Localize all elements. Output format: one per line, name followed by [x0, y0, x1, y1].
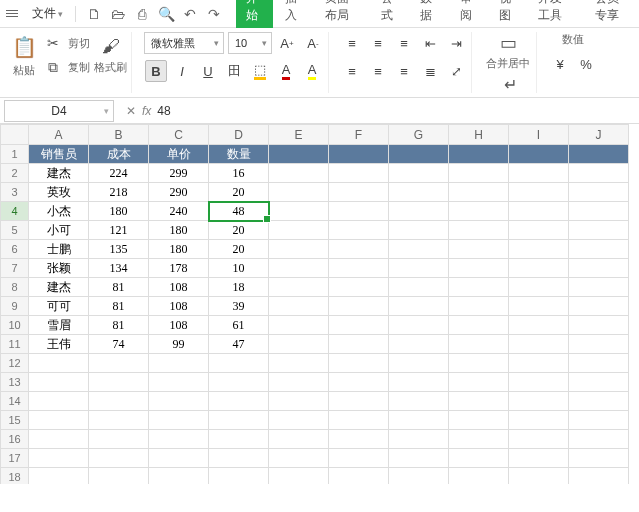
cell-J3[interactable]: [569, 183, 629, 202]
cell-C10[interactable]: 108: [149, 316, 209, 335]
cell-B2[interactable]: 224: [89, 164, 149, 183]
spreadsheet-grid[interactable]: ABCDEFGHIJ1销售员成本单价数量2建杰224299163英玫218290…: [0, 124, 639, 484]
cell-D3[interactable]: 20: [209, 183, 269, 202]
cell-G14[interactable]: [389, 392, 449, 411]
cell-A12[interactable]: [29, 354, 89, 373]
cell-I10[interactable]: [509, 316, 569, 335]
cell-H6[interactable]: [449, 240, 509, 259]
cell-H2[interactable]: [449, 164, 509, 183]
cell-F3[interactable]: [329, 183, 389, 202]
cell-J15[interactable]: [569, 411, 629, 430]
row-header-10[interactable]: 10: [1, 316, 29, 335]
cell-B17[interactable]: [89, 449, 149, 468]
cell-F11[interactable]: [329, 335, 389, 354]
cell-I1[interactable]: [509, 145, 569, 164]
cell-E18[interactable]: [269, 468, 329, 485]
cell-C16[interactable]: [149, 430, 209, 449]
cell-F18[interactable]: [329, 468, 389, 485]
cell-B5[interactable]: 121: [89, 221, 149, 240]
paste-icon[interactable]: 📋: [10, 33, 38, 61]
italic-button[interactable]: I: [171, 60, 193, 82]
tab-data[interactable]: 数据: [410, 0, 447, 28]
tab-view[interactable]: 视图: [489, 0, 526, 28]
cell-D17[interactable]: [209, 449, 269, 468]
cell-I8[interactable]: [509, 278, 569, 297]
cell-H18[interactable]: [449, 468, 509, 485]
col-header-J[interactable]: J: [569, 125, 629, 145]
underline-button[interactable]: U: [197, 60, 219, 82]
cell-D11[interactable]: 47: [209, 335, 269, 354]
cell-F8[interactable]: [329, 278, 389, 297]
cell-I6[interactable]: [509, 240, 569, 259]
cell-E4[interactable]: [269, 202, 329, 221]
cell-J14[interactable]: [569, 392, 629, 411]
cell-B1[interactable]: 成本: [89, 145, 149, 164]
cell-G13[interactable]: [389, 373, 449, 392]
fill-color-button[interactable]: ⬚: [249, 60, 271, 82]
cell-G18[interactable]: [389, 468, 449, 485]
cell-A4[interactable]: 小杰: [29, 202, 89, 221]
cell-B8[interactable]: 81: [89, 278, 149, 297]
row-header-1[interactable]: 1: [1, 145, 29, 164]
cell-J6[interactable]: [569, 240, 629, 259]
copy-icon[interactable]: ⧉: [42, 56, 64, 78]
align-justify-icon[interactable]: ≣: [419, 60, 441, 82]
cell-H4[interactable]: [449, 202, 509, 221]
cell-B11[interactable]: 74: [89, 335, 149, 354]
cell-G17[interactable]: [389, 449, 449, 468]
cell-E9[interactable]: [269, 297, 329, 316]
cell-C14[interactable]: [149, 392, 209, 411]
align-center-icon[interactable]: ≡: [367, 60, 389, 82]
open-icon[interactable]: 🗁: [108, 4, 128, 24]
row-header-11[interactable]: 11: [1, 335, 29, 354]
cell-A3[interactable]: 英玫: [29, 183, 89, 202]
cell-I14[interactable]: [509, 392, 569, 411]
border-button[interactable]: 田: [223, 60, 245, 82]
cell-C3[interactable]: 290: [149, 183, 209, 202]
wrap-text-icon[interactable]: ↵: [499, 73, 521, 95]
row-header-17[interactable]: 17: [1, 449, 29, 468]
cell-C5[interactable]: 180: [149, 221, 209, 240]
cell-B9[interactable]: 81: [89, 297, 149, 316]
cell-D10[interactable]: 61: [209, 316, 269, 335]
cell-A9[interactable]: 可可: [29, 297, 89, 316]
cell-G8[interactable]: [389, 278, 449, 297]
tab-insert[interactable]: 插入: [275, 0, 312, 28]
cell-D5[interactable]: 20: [209, 221, 269, 240]
row-header-16[interactable]: 16: [1, 430, 29, 449]
cell-C1[interactable]: 单价: [149, 145, 209, 164]
undo-icon[interactable]: ↶: [180, 4, 200, 24]
cell-D16[interactable]: [209, 430, 269, 449]
increase-font-icon[interactable]: A+: [276, 32, 298, 54]
fx-icon[interactable]: fx: [142, 104, 151, 118]
cell-A10[interactable]: 雪眉: [29, 316, 89, 335]
cell-J17[interactable]: [569, 449, 629, 468]
row-header-7[interactable]: 7: [1, 259, 29, 278]
col-header-I[interactable]: I: [509, 125, 569, 145]
cell-G2[interactable]: [389, 164, 449, 183]
decrease-font-icon[interactable]: A-: [302, 32, 324, 54]
file-menu[interactable]: 文件▾: [28, 3, 67, 24]
row-header-5[interactable]: 5: [1, 221, 29, 240]
cell-D7[interactable]: 10: [209, 259, 269, 278]
cell-B10[interactable]: 81: [89, 316, 149, 335]
cell-I3[interactable]: [509, 183, 569, 202]
cell-D12[interactable]: [209, 354, 269, 373]
cell-E3[interactable]: [269, 183, 329, 202]
cell-D4[interactable]: 48: [209, 202, 269, 221]
cell-G7[interactable]: [389, 259, 449, 278]
cell-D1[interactable]: 数量: [209, 145, 269, 164]
font-size-combo[interactable]: 10: [228, 32, 272, 54]
cell-G9[interactable]: [389, 297, 449, 316]
cell-C4[interactable]: 240: [149, 202, 209, 221]
row-header-3[interactable]: 3: [1, 183, 29, 202]
cell-A13[interactable]: [29, 373, 89, 392]
bold-button[interactable]: B: [145, 60, 167, 82]
tab-developer[interactable]: 开发工具: [528, 0, 583, 28]
align-right-icon[interactable]: ≡: [393, 60, 415, 82]
app-menu-icon[interactable]: [6, 5, 24, 23]
cell-G10[interactable]: [389, 316, 449, 335]
cell-F9[interactable]: [329, 297, 389, 316]
currency-button[interactable]: ¥: [549, 53, 571, 75]
cell-E5[interactable]: [269, 221, 329, 240]
